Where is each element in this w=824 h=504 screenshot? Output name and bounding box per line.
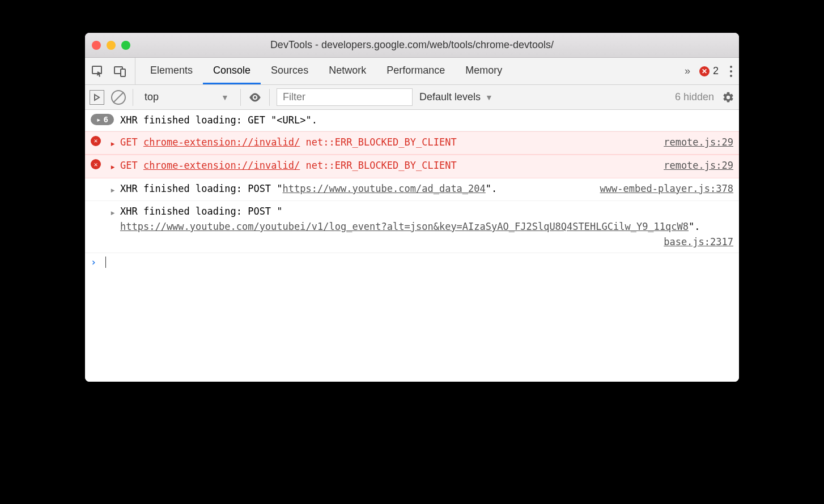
context-selector[interactable]: top ▼	[140, 91, 233, 103]
row-prefix: XHR finished loading: POST "	[120, 204, 283, 219]
toolbar-divider	[133, 89, 133, 106]
console-row-grouped[interactable]: ▸6 XHR finished loading: GET "<URL>".	[85, 110, 739, 131]
console-row-error[interactable]: ✕ ▸ GET chrome-extension://invalid/ net:…	[85, 131, 739, 155]
url-link[interactable]: https://www.youtube.com/ad_data_204	[283, 181, 486, 197]
tab-console[interactable]: Console	[203, 58, 261, 84]
tab-memory[interactable]: Memory	[455, 58, 512, 84]
row-icon-slot: ✕	[91, 158, 110, 169]
row-icon-slot: ▸6	[91, 113, 110, 125]
error-icon: ✕	[91, 159, 101, 169]
console-prompt[interactable]: ›	[85, 253, 739, 271]
maximize-window-button[interactable]	[121, 41, 130, 50]
toggle-console-sidebar-icon[interactable]	[90, 90, 104, 105]
error-message: net::ERR_BLOCKED_BY_CLIENT	[306, 160, 457, 171]
toolbar-divider	[269, 89, 270, 106]
error-icon: ✕	[91, 136, 101, 146]
console-row-error[interactable]: ✕ ▸ GET chrome-extension://invalid/ net:…	[85, 155, 739, 178]
error-count-badge[interactable]: ✕ 2	[699, 65, 719, 77]
row-content: GET chrome-extension://invalid/ net::ERR…	[120, 158, 652, 173]
disclosure-triangle-icon[interactable]: ▸	[110, 181, 120, 198]
traffic-lights	[92, 41, 130, 50]
titlebar: DevTools - developers.google.com/web/too…	[85, 33, 739, 58]
device-toolbar-icon[interactable]	[112, 63, 128, 79]
tab-performance[interactable]: Performance	[376, 58, 455, 84]
devtools-window: DevTools - developers.google.com/web/too…	[85, 33, 739, 382]
source-link[interactable]: remote.js:29	[664, 135, 733, 150]
row-text: XHR finished loading: GET "<URL>".	[120, 113, 733, 128]
chevron-down-icon: ▼	[485, 93, 493, 102]
error-message: net::ERR_BLOCKED_BY_CLIENT	[306, 136, 457, 148]
tab-sources[interactable]: Sources	[261, 58, 318, 84]
hidden-count-label: 6 hidden	[675, 91, 714, 103]
more-tabs-icon[interactable]: »	[685, 65, 690, 77]
clear-console-icon[interactable]	[111, 90, 126, 105]
tab-network[interactable]: Network	[318, 58, 376, 84]
window-title: DevTools - developers.google.com/web/too…	[85, 39, 739, 51]
tab-elements[interactable]: Elements	[140, 58, 203, 84]
chevron-down-icon: ▼	[221, 93, 229, 102]
source-link[interactable]: remote.js:29	[664, 158, 733, 173]
main-tabbar: Elements Console Sources Network Perform…	[85, 58, 739, 85]
console-toolbar: top ▼ Default levels ▼ 6 hidden	[85, 85, 739, 110]
console-settings-icon[interactable]	[722, 91, 734, 104]
toolbar-right: 6 hidden	[675, 91, 734, 104]
message-count-badge: ▸6	[91, 114, 114, 125]
inspect-element-icon[interactable]	[90, 63, 105, 79]
svg-point-3	[254, 96, 256, 98]
row-content: GET chrome-extension://invalid/ net::ERR…	[120, 135, 652, 150]
url-link[interactable]: chrome-extension://invalid/	[143, 136, 300, 148]
minimize-window-button[interactable]	[107, 41, 116, 50]
tabbar-left-controls	[90, 58, 135, 84]
live-expression-icon[interactable]	[248, 90, 262, 105]
disclosure-triangle-icon[interactable]: ▸	[110, 135, 120, 151]
row-content: XHR finished loading: POST "https://www.…	[120, 204, 733, 250]
tabs: Elements Console Sources Network Perform…	[135, 58, 678, 84]
levels-label: Default levels	[419, 91, 481, 103]
row-icon-slot	[91, 181, 110, 182]
source-link[interactable]: base.js:2317	[664, 234, 733, 250]
row-suffix: ".	[689, 219, 700, 234]
console-row-info[interactable]: ▸ XHR finished loading: POST "https://ww…	[85, 178, 739, 201]
svg-rect-2	[121, 69, 125, 76]
disclosure-triangle-icon[interactable]: ▸	[110, 204, 120, 220]
row-prefix: XHR finished loading: POST "	[120, 181, 283, 197]
source-link[interactable]: www-embed-player.js:378	[600, 181, 733, 197]
tabbar-right-controls: » ✕ 2	[678, 65, 734, 77]
more-options-icon[interactable]	[728, 66, 734, 77]
prompt-cursor	[105, 257, 106, 268]
toolbar-divider	[240, 89, 241, 106]
row-icon-slot	[91, 204, 110, 205]
disclosure-placeholder	[110, 113, 120, 114]
error-count-value: 2	[713, 65, 719, 77]
context-value: top	[145, 91, 159, 103]
row-icon-slot: ✕	[91, 135, 110, 146]
log-levels-selector[interactable]: Default levels ▼	[419, 91, 493, 103]
close-window-button[interactable]	[92, 41, 101, 50]
url-link[interactable]: https://www.youtube.com/youtubei/v1/log_…	[120, 219, 689, 234]
disclosure-triangle-icon[interactable]: ▸	[110, 158, 120, 174]
console-messages: ▸6 XHR finished loading: GET "<URL>". ✕ …	[85, 110, 739, 382]
prompt-chevron-icon: ›	[91, 257, 96, 268]
http-method: GET	[120, 160, 138, 171]
http-method: GET	[120, 136, 138, 148]
row-suffix: ".	[486, 181, 497, 197]
error-icon: ✕	[699, 66, 710, 76]
svg-rect-0	[92, 66, 101, 74]
row-content: XHR finished loading: POST "https://www.…	[120, 181, 733, 197]
url-link[interactable]: chrome-extension://invalid/	[143, 160, 300, 171]
filter-input[interactable]	[277, 88, 413, 106]
console-row-info[interactable]: ▸ XHR finished loading: POST "https://ww…	[85, 201, 739, 254]
